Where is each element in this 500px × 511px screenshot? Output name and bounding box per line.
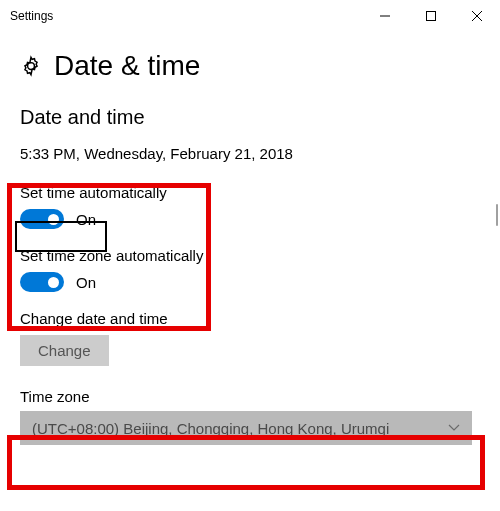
minimize-icon <box>380 11 390 21</box>
set-time-auto-label: Set time automatically <box>20 184 480 201</box>
set-tz-auto-label: Set time zone automatically <box>20 247 480 264</box>
maximize-icon <box>426 11 436 21</box>
minimize-button[interactable] <box>362 0 408 32</box>
window-titlebar: Settings <box>0 0 500 32</box>
gear-icon <box>20 55 42 77</box>
svg-rect-1 <box>427 12 436 21</box>
change-datetime-label: Change date and time <box>20 310 480 327</box>
maximize-button[interactable] <box>408 0 454 32</box>
timezone-dropdown: (UTC+08:00) Beijing, Chongqing, Hong Kon… <box>20 411 472 445</box>
chevron-down-icon <box>448 422 460 434</box>
current-datetime: 5:33 PM, Wednesday, February 21, 2018 <box>20 145 480 162</box>
set-tz-auto-state: On <box>76 274 96 291</box>
page-title: Date & time <box>54 50 200 82</box>
section-heading: Date and time <box>20 106 480 129</box>
scrollbar-thumb[interactable] <box>496 204 498 226</box>
close-button[interactable] <box>454 0 500 32</box>
set-time-auto-toggle[interactable] <box>20 209 64 229</box>
set-tz-auto-toggle[interactable] <box>20 272 64 292</box>
change-button: Change <box>20 335 109 366</box>
timezone-label: Time zone <box>20 388 480 405</box>
close-icon <box>472 11 482 21</box>
window-title: Settings <box>10 9 53 23</box>
timezone-selected: (UTC+08:00) Beijing, Chongqing, Hong Kon… <box>32 420 448 437</box>
set-time-auto-state: On <box>76 211 96 228</box>
